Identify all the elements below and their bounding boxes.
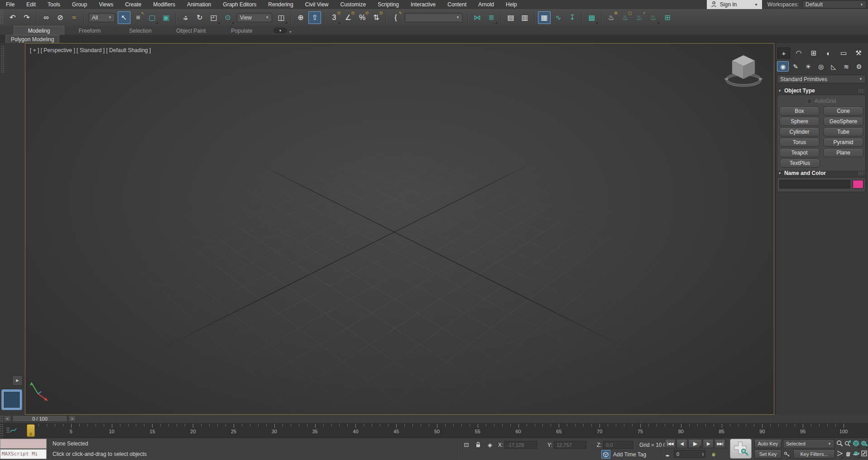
ribbon-tab-populate[interactable]: Populate	[216, 26, 267, 35]
redo-button[interactable]: ↷	[20, 11, 33, 24]
modify-tab[interactable]: ◠	[792, 48, 805, 58]
cameras-category-button[interactable]: ◎	[815, 61, 827, 72]
material-editor-button[interactable]: ▩	[585, 11, 598, 24]
toolbar-drag-handle[interactable]	[0, 10, 4, 25]
time-tag-cube-icon[interactable]	[601, 450, 610, 459]
display-tab[interactable]: ▭	[837, 48, 850, 58]
tube-button[interactable]: Tube	[823, 127, 863, 136]
utilities-tab[interactable]: ⚒	[852, 48, 865, 58]
rectangular-selection-region-button[interactable]: ▢	[146, 11, 158, 24]
menu-tools[interactable]: Tools	[42, 0, 66, 9]
menu-views[interactable]: Views	[93, 0, 119, 9]
window-crossing-toggle-button[interactable]: ▣	[160, 11, 173, 24]
schematic-view-button[interactable]: ↧	[566, 11, 579, 24]
use-pivot-point-center-button[interactable]: ◫	[275, 11, 288, 24]
render-production-button[interactable]: ♨	[647, 11, 660, 24]
menu-interactive[interactable]: Interactive	[405, 0, 441, 9]
time-configuration-button[interactable]: ●⚙	[709, 450, 718, 459]
ribbon-tab-modeling[interactable]: Modeling	[14, 26, 64, 35]
key-mode-toggle[interactable]: ◀▶	[663, 450, 672, 460]
trackbar-prev-button[interactable]: <	[4, 415, 11, 422]
align-button[interactable]: ≣	[485, 11, 498, 24]
z-coordinate-field[interactable]: 0,0	[603, 441, 633, 449]
sphere-button[interactable]: Sphere	[779, 117, 820, 126]
pyramid-button[interactable]: Pyramid	[823, 138, 863, 147]
maximize-viewport-toggle-button[interactable]	[860, 449, 868, 459]
select-and-uniform-scale-button[interactable]: ◰	[207, 11, 220, 24]
pan-button[interactable]	[844, 449, 852, 459]
ribbon-minimize-button[interactable]: ▼	[273, 28, 287, 34]
viewcube[interactable]	[719, 50, 768, 94]
named-selection-sets-dropdown[interactable]: ▼	[405, 13, 463, 22]
auto-key-button[interactable]: Auto Key	[754, 439, 782, 448]
rendered-frame-window-button[interactable]: ♨▢	[619, 11, 632, 24]
ribbon-tab-selection[interactable]: Selection	[115, 26, 166, 35]
macro-recorder-field[interactable]	[0, 439, 47, 449]
bind-to-space-warp-button[interactable]: ≈	[68, 11, 81, 24]
angle-snap-toggle-button[interactable]: ∠Ω	[342, 11, 355, 24]
timeline-ruler[interactable]: 0510152025303540455055606570758085909510…	[0, 423, 868, 439]
zoom-extents-button[interactable]	[852, 439, 860, 449]
cone-button[interactable]: Cone	[823, 107, 863, 116]
perspective-viewport[interactable]: [ + ] [ Perspective ] [ Standard ] [ Def…	[25, 43, 774, 415]
object-type-header[interactable]: ▼ Object Type	[777, 87, 866, 95]
unlink-selection-button[interactable]: ⊘	[54, 11, 67, 24]
set-keys-button[interactable]	[730, 439, 752, 459]
polygon-modeling-panel-tab[interactable]: Polygon Modeling	[5, 35, 59, 43]
trackbar-range[interactable]: 0 / 100	[12, 415, 67, 422]
textplus-button[interactable]: TextPlus	[780, 159, 820, 168]
toggle-scene-explorer-button[interactable]: ▤	[504, 11, 517, 24]
selection-set-dropdown[interactable]: Selected ▼	[783, 439, 834, 448]
create-tab[interactable]: +	[777, 48, 790, 58]
menu-arnold[interactable]: Arnold	[472, 0, 500, 9]
orbit-button[interactable]	[852, 449, 860, 459]
shapes-category-button[interactable]: ✎	[790, 61, 801, 72]
key-filters-button[interactable]: Key Filters...	[793, 450, 835, 459]
torus-button[interactable]: Torus	[779, 138, 820, 147]
toggle-ribbon-button[interactable]: ▦	[538, 11, 551, 24]
workspaces-dropdown[interactable]: Default ▼	[802, 0, 867, 9]
geometry-category-button[interactable]: ◉	[777, 61, 789, 72]
menu-file[interactable]: File	[0, 0, 20, 9]
play-button[interactable]: ▶	[688, 439, 702, 448]
menu-graph-editors[interactable]: Graph Editors	[217, 0, 262, 9]
curve-editor-button[interactable]: ∿	[552, 11, 565, 24]
menu-content[interactable]: Content	[441, 0, 472, 9]
subcategory-dropdown[interactable]: Standard Primitives ▼	[777, 75, 866, 83]
sign-in-button[interactable]: Sign In ▼	[707, 0, 762, 9]
motion-tab[interactable]: ◐	[822, 48, 835, 58]
previous-frame-button[interactable]: ◀|	[676, 439, 687, 448]
render-in-cloud-button[interactable]: ♨⚡	[633, 11, 646, 24]
name-color-header[interactable]: ▼ Name and Color	[777, 169, 866, 177]
select-and-move-button[interactable]: ↔↕	[179, 11, 192, 24]
keyboard-shortcut-override-toggle-button[interactable]: ⇧	[308, 11, 321, 24]
snaps-toggle-3d-button[interactable]: 3Ω	[328, 11, 340, 24]
menu-civil-view[interactable]: Civil View	[299, 0, 335, 9]
menu-customize[interactable]: Customize	[335, 0, 372, 9]
geosphere-button[interactable]: GeoSphere	[823, 117, 863, 126]
menu-edit[interactable]: Edit	[20, 0, 42, 9]
viewport-label-menus[interactable]: [ + ] [ Perspective ] [ Standard ] [ Def…	[30, 47, 151, 53]
select-object-button[interactable]: ↖	[118, 11, 130, 24]
menu-rendering[interactable]: Rendering	[262, 0, 299, 9]
toggle-layer-explorer-button[interactable]: ▥	[518, 11, 531, 24]
select-and-rotate-button[interactable]: ↻	[193, 11, 206, 24]
systems-category-button[interactable]: ⚙	[853, 61, 865, 72]
selection-filter-dropdown[interactable]: All▼	[89, 13, 115, 22]
y-coordinate-field[interactable]: 12,757	[554, 441, 586, 449]
layout-flyout-button[interactable]: ▶	[12, 375, 23, 386]
menu-help[interactable]: Help	[500, 0, 523, 9]
mini-curve-editor-button[interactable]	[5, 426, 17, 436]
cylinder-button[interactable]: Cylinder	[779, 127, 820, 136]
ribbon-tab-freeform[interactable]: Freeform	[64, 26, 115, 35]
zoom-all-button[interactable]	[844, 439, 852, 449]
select-by-name-button[interactable]: ≡↖	[132, 11, 144, 24]
object-name-input[interactable]	[779, 180, 850, 189]
ribbon-tab-object-paint[interactable]: Object Paint	[166, 26, 216, 35]
select-and-place-button[interactable]: ⊙	[221, 11, 234, 24]
hierarchy-tab[interactable]: ⊞	[807, 48, 820, 58]
edit-named-selection-sets-button[interactable]: {✎	[389, 11, 402, 24]
menu-create[interactable]: Create	[119, 0, 147, 9]
select-and-link-button[interactable]: ∞	[40, 11, 53, 24]
space-warps-category-button[interactable]: ≋	[840, 61, 852, 72]
